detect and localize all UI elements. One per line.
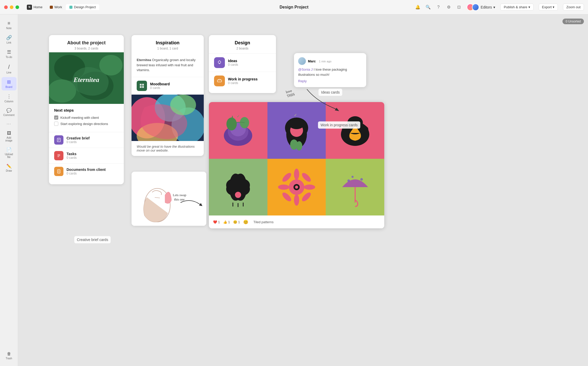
sidebar-comment-label: Comment: [3, 114, 14, 117]
help-icon[interactable]: ?: [436, 5, 441, 10]
tasks-icon: [54, 151, 63, 160]
reaction-heart[interactable]: ❤️ 1: [213, 220, 220, 224]
notifications-icon[interactable]: 🔔: [415, 5, 420, 10]
sidebar-item-upload[interactable]: 📄 Upload file: [2, 145, 17, 161]
card-design[interactable]: Design 2 boards Ideas 0 cards Work in pr…: [209, 35, 276, 93]
tab-design-project[interactable]: Design Project: [66, 4, 100, 10]
svg-text:Eternitea: Eternitea: [73, 76, 99, 84]
fullscreen-button[interactable]: [15, 5, 19, 9]
sidebar-item-link[interactable]: 🔗 Link: [2, 33, 17, 46]
svg-point-57: [300, 171, 312, 183]
svg-point-26: [170, 95, 196, 115]
design-header: Design 2 boards: [209, 35, 276, 53]
comment-icon: 💬: [6, 108, 12, 113]
design-dot: [69, 6, 72, 9]
sidebar-item-note[interactable]: ≡ Note: [2, 19, 17, 32]
tab-design-project-label: Design Project: [74, 5, 96, 9]
page-title: Design Project: [280, 5, 308, 10]
checkbox-checked-icon[interactable]: [54, 115, 58, 120]
tab-work[interactable]: Work: [46, 4, 66, 10]
badge-icon[interactable]: ⊡: [456, 5, 462, 10]
svg-point-42: [296, 141, 302, 151]
checklist-item-design[interactable]: Start exploring design directions: [54, 122, 119, 126]
checkbox-unchecked-icon[interactable]: [54, 122, 58, 126]
sidebar-item-line[interactable]: / Line: [2, 62, 17, 76]
list-item-documents[interactable]: Documents from client 0 cards: [49, 163, 124, 179]
export-button[interactable]: Export ▾: [539, 4, 558, 11]
grid-cell-6: [326, 159, 384, 215]
avatar-2: [472, 4, 479, 11]
svg-point-39: [289, 119, 304, 129]
sidebar-item-draw[interactable]: ✏️ Draw: [2, 162, 17, 174]
minimize-button[interactable]: [10, 5, 13, 9]
sidebar-item-more[interactable]: ···: [2, 120, 17, 128]
sidebar-item-trash[interactable]: 🗑 Trash: [2, 350, 17, 362]
wip-board-item[interactable]: Work in progress 0 cards: [209, 72, 276, 90]
canvas-area[interactable]: 0 Unsorted About the project 3 boards, 2…: [18, 14, 588, 366]
sidebar-add-image-label: Add image: [3, 136, 15, 142]
comment-meta: Marc 1 min ago: [308, 59, 331, 63]
grid-cell-2: ✓: [267, 102, 326, 159]
list-item-creative-brief[interactable]: Creative brief 0 cards: [49, 132, 124, 148]
sidebar-item-add-image[interactable]: 🖼 Add image: [2, 129, 17, 144]
sidebar-item-column[interactable]: ⋮ Column: [2, 92, 17, 105]
upload-icon: 📄: [6, 147, 12, 152]
sidebar-item-comment[interactable]: 💬 Comment: [2, 106, 17, 119]
sidebar-item-todo[interactable]: ☰ To-do: [2, 47, 17, 61]
svg-point-55: [304, 185, 315, 190]
unsorted-badge[interactable]: 0 Unsorted: [562, 19, 584, 24]
inspiration-header: Inspiration 1 board, 1 card: [132, 35, 204, 53]
moodboard-item[interactable]: Moodboard 0 cards: [132, 77, 204, 95]
card-comment: Marc 1 min ago @Sonia J I love these pac…: [294, 53, 366, 87]
note-icon: ≡: [7, 21, 10, 26]
tab-home[interactable]: N Home: [23, 4, 46, 11]
design-title: Design: [214, 40, 271, 46]
inspiration-note: Would be great to have the illustrations…: [132, 141, 204, 156]
reaction-smile[interactable]: 😊 1: [233, 220, 240, 224]
settings-icon[interactable]: ⚙: [446, 5, 451, 10]
eternitea-image: Eternitea: [49, 52, 124, 104]
about-header: About the project 3 boards, 2 cards: [49, 35, 124, 52]
editors-button[interactable]: Editors ▾: [467, 4, 495, 11]
grid-cell-4: [209, 159, 267, 215]
svg-point-45: [235, 192, 241, 198]
love-this-annotation: love THIS: [285, 88, 295, 98]
design-subtitle: 2 boards: [214, 47, 271, 50]
reply-button[interactable]: Reply: [298, 79, 362, 83]
card-inspiration[interactable]: Inspiration 1 board, 1 card Eternitea Or…: [132, 35, 204, 156]
checklist-item-kickoff[interactable]: Kickoff meeting with client: [54, 115, 119, 120]
comment-header: Marc 1 min ago: [298, 57, 362, 65]
avatar-group: [467, 4, 479, 11]
more-icon: ···: [7, 122, 11, 126]
wip-icon: [214, 76, 225, 86]
search-icon[interactable]: 🔍: [426, 5, 431, 10]
app-icon: N: [27, 5, 32, 10]
card-about[interactable]: About the project 3 boards, 2 cards Eter…: [49, 35, 124, 184]
svg-rect-29: [217, 80, 222, 82]
svg-rect-17: [140, 84, 142, 86]
card-tiled-patterns[interactable]: ✓ ✓: [209, 102, 384, 228]
wip-name: Work in progress: [228, 77, 258, 81]
sidebar-item-board[interactable]: ⊞ Board: [2, 77, 17, 90]
reaction-add[interactable]: 😊: [243, 220, 248, 224]
brand-name: Eternitea: [137, 58, 151, 62]
publish-share-button[interactable]: Publish & share ▾: [500, 4, 533, 11]
close-button[interactable]: [4, 5, 8, 9]
board-icon: ⊞: [7, 79, 11, 85]
ideas-board-item[interactable]: Ideas 0 cards: [209, 53, 276, 72]
svg-text:Lets swap: Lets swap: [173, 193, 186, 197]
creative-brief-cards-label: Creative brief cards: [74, 236, 111, 243]
list-item-tasks[interactable]: Tasks 0 cards: [49, 148, 124, 163]
sidebar-draw-label: Draw: [6, 169, 12, 172]
comment-time: 1 min ago: [319, 60, 331, 63]
moodboard-name: Moodboard: [150, 82, 170, 86]
reaction-thumbs[interactable]: 👍 1: [223, 220, 230, 224]
zoom-out-button[interactable]: Zoom out: [563, 4, 584, 11]
sidebar-board-label: Board: [5, 86, 12, 88]
sidebar-todo-label: To-do: [6, 56, 12, 59]
editors-chevron: ▾: [493, 5, 495, 9]
svg-point-56: [281, 171, 292, 183]
wip-count: 0 cards: [228, 81, 258, 85]
inspiration-subtitle: 1 board, 1 card: [137, 47, 199, 50]
svg-point-58: [281, 191, 292, 203]
